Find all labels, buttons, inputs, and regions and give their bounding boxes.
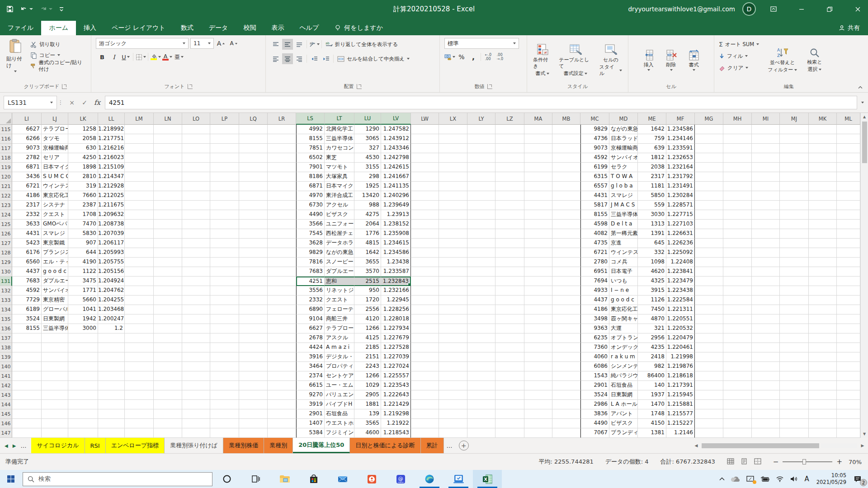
ribbon-tab-挿入[interactable]: 挿入 [76, 21, 104, 35]
onedrive-icon[interactable] [728, 470, 743, 488]
cell-LL130[interactable]: 1.205156 [98, 267, 125, 277]
cell-MB122[interactable] [552, 191, 580, 201]
cell-LY121[interactable] [467, 182, 495, 191]
cell-LT133[interactable]: クエスト [325, 296, 354, 305]
cell-MA131[interactable] [524, 277, 552, 286]
cell-LI121[interactable]: 6721 [12, 182, 42, 191]
cell-LN140[interactable] [154, 362, 182, 371]
cell-MC130[interactable]: 6951 [580, 267, 609, 277]
row-header-142[interactable]: 142 [0, 381, 12, 390]
column-header-MH[interactable]: MH [723, 113, 752, 125]
cell-LO133[interactable] [182, 296, 210, 305]
cell-MD140[interactable]: シンメンテ [609, 362, 638, 371]
row-header-132[interactable]: 132 [0, 286, 12, 296]
cell-LT116[interactable]: 三益半導体 [325, 134, 354, 144]
cell-LY137[interactable] [467, 333, 495, 343]
cell-MC120[interactable]: 6315 [580, 172, 609, 182]
cell-LS136[interactable]: 6627 [296, 324, 325, 333]
ribbon-tab-ページ レイアウト[interactable]: ページ レイアウト [104, 21, 173, 35]
cell-LW131[interactable] [411, 277, 439, 286]
cell-MD117[interactable]: 京極運輸商 [609, 144, 638, 153]
cell-LN126[interactable] [154, 229, 182, 239]
cell-ME121[interactable]: 1181 [638, 182, 666, 191]
column-header-MJ[interactable]: MJ [780, 113, 809, 125]
column-header-MD[interactable]: MD [609, 113, 638, 125]
ribbon-tab-データ[interactable]: データ [201, 21, 236, 35]
cell-MG144[interactable] [695, 400, 723, 409]
cell-LR142[interactable] [268, 381, 296, 390]
cell-LL119[interactable]: 1.215109 [98, 163, 125, 172]
cell-LV147[interactable]: 1.218543 [381, 428, 411, 438]
cell-LM120[interactable] [125, 172, 154, 182]
cell-MJ125[interactable] [780, 220, 809, 229]
align-bottom-button[interactable] [294, 39, 305, 50]
cell-LV132[interactable]: 1.232166 [381, 286, 411, 296]
cell-LP138[interactable] [210, 343, 239, 352]
cell-LL147[interactable] [98, 428, 125, 438]
cell-MG127[interactable] [695, 239, 723, 248]
cell-ML123[interactable] [837, 201, 860, 210]
cell-MC136[interactable]: 9363 [580, 324, 609, 333]
cell-LZ134[interactable] [495, 305, 524, 314]
cell-LR123[interactable] [268, 201, 296, 210]
cell-LL120[interactable]: 1.214347 [98, 172, 125, 182]
cell-LS124[interactable]: 4490 [296, 210, 325, 220]
cell-LP130[interactable] [210, 267, 239, 277]
cell-MG128[interactable] [695, 248, 723, 258]
cell-MA133[interactable] [524, 296, 552, 305]
cell-LK141[interactable] [68, 371, 98, 381]
microsoft-store-button[interactable] [299, 470, 328, 488]
cell-MJ137[interactable] [780, 333, 809, 343]
new-sheet-button[interactable]: + [459, 441, 469, 450]
cell-LZ135[interactable] [495, 314, 524, 324]
cell-LL131[interactable]: 1.204924 [98, 277, 125, 286]
row-header-145[interactable]: 145 [0, 409, 12, 419]
cell-LX121[interactable] [439, 182, 467, 191]
cell-LU139[interactable]: 2151 [354, 352, 381, 362]
cell-LK116[interactable]: 2058 [68, 134, 98, 144]
cell-LT128[interactable]: ながの東急 [325, 248, 354, 258]
cell-MI126[interactable] [752, 229, 780, 239]
cell-ME126[interactable]: 1391 [638, 229, 666, 239]
avatar[interactable]: D [742, 2, 756, 16]
copy-dropdown-caret[interactable] [57, 54, 60, 56]
cell-LO119[interactable] [182, 163, 210, 172]
cell-MH123[interactable] [723, 201, 752, 210]
percent-style-button[interactable]: % [456, 52, 467, 62]
cell-LZ116[interactable] [495, 134, 524, 144]
row-header-124[interactable]: 124 [0, 210, 12, 220]
cell-LW120[interactable] [411, 172, 439, 182]
cell-LZ137[interactable] [495, 333, 524, 343]
cell-MK119[interactable] [809, 163, 837, 172]
cell-LM134[interactable] [125, 305, 154, 314]
row-header-147[interactable]: 147 [0, 428, 12, 438]
confirm-entry-button[interactable]: ✓ [79, 97, 90, 108]
cell-LV123[interactable]: 1.239649 [381, 201, 411, 210]
cell-LU141[interactable]: 1266 [354, 371, 381, 381]
cell-LX142[interactable] [439, 381, 467, 390]
cell-LW143[interactable] [411, 390, 439, 400]
cell-LK142[interactable] [68, 381, 98, 390]
cell-MC123[interactable]: 5817 [580, 201, 609, 210]
column-header-LU[interactable]: LU [354, 113, 381, 125]
cell-LU142[interactable]: 1029 [354, 381, 381, 390]
cell-LS120[interactable]: 8186 [296, 172, 325, 182]
cell-LO145[interactable] [182, 409, 210, 419]
row-header-140[interactable]: 140 [0, 362, 12, 371]
cell-MA142[interactable] [524, 381, 552, 390]
cell-MC122[interactable]: 4431 [580, 191, 609, 201]
cell-LQ128[interactable] [239, 248, 268, 258]
cell-MI132[interactable] [752, 286, 780, 296]
cell-LW134[interactable] [411, 305, 439, 314]
cell-LR147[interactable] [268, 428, 296, 438]
cell-ME124[interactable]: 3030 [638, 210, 666, 220]
cell-LO118[interactable] [182, 153, 210, 163]
cell-LX123[interactable] [439, 201, 467, 210]
cell-LK137[interactable] [68, 333, 98, 343]
column-header-LM[interactable]: LM [125, 113, 154, 125]
cell-MD124[interactable]: 三益半導体 [609, 210, 638, 220]
cell-LN116[interactable] [154, 134, 182, 144]
cell-LP115[interactable] [210, 125, 239, 134]
cell-LU134[interactable]: 2556 [354, 305, 381, 314]
paste-dropdown-caret[interactable] [14, 70, 17, 72]
